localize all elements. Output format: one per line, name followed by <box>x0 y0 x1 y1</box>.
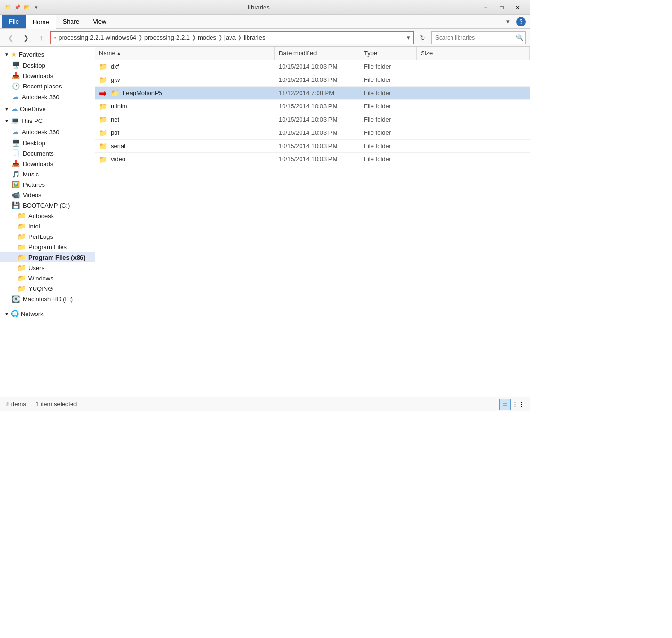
path-item-5[interactable]: libraries <box>244 34 265 41</box>
path-arrow-icon: « <box>53 35 56 41</box>
folder-icon-row: 📁 <box>99 129 108 137</box>
table-row[interactable]: 📁 net 10/15/2014 10:03 PM File folder <box>95 113 530 126</box>
back-button[interactable]: ❮ <box>4 31 18 44</box>
file-name: LeapMotionP5 <box>123 89 162 96</box>
sidebar-item-pictures[interactable]: 🖼️ Pictures <box>0 179 95 190</box>
sidebar-item-intel[interactable]: 📁 Intel <box>0 221 95 231</box>
sidebar-item-label: Documents <box>23 150 54 157</box>
table-row[interactable]: 📁 minim 10/15/2014 10:03 PM File folder <box>95 100 530 113</box>
up-button[interactable]: ↑ <box>35 31 48 44</box>
sidebar-item-downloads[interactable]: 📥 Downloads <box>0 158 95 169</box>
address-path[interactable]: « processing-2.2.1-windows64 ❯ processin… <box>50 31 414 44</box>
tab-share[interactable]: Share <box>56 15 87 28</box>
col-header-type[interactable]: Type <box>360 47 417 60</box>
sidebar-item-yuqing[interactable]: 📁 YUQING <box>0 283 95 294</box>
file-type-cell: File folder <box>360 129 417 136</box>
file-date-cell: 10/15/2014 10:03 PM <box>275 63 360 70</box>
sidebar-item-autodesk[interactable]: 📁 Autodesk <box>0 210 95 221</box>
sidebar-item-macintosh[interactable]: 💽 Macintosh HD (E:) <box>0 294 95 304</box>
folder-icon-a: 📁 <box>18 212 26 219</box>
sidebar-item-bootcamp[interactable]: 💾 BOOTCAMP (C:) <box>0 200 95 210</box>
sidebar-item-autodesk360-pc[interactable]: ☁ Autodesk 360 <box>0 126 95 138</box>
sidebar-item-perflogs[interactable]: 📁 PerfLogs <box>0 231 95 242</box>
sidebar-item-programfiles-x86[interactable]: 📁 Program Files (x86) <box>0 252 95 262</box>
folder-icon-g: 📁 <box>18 274 26 282</box>
folder-icon[interactable]: 📂 <box>23 4 31 11</box>
sidebar-item-desktop-pc[interactable]: 🖥️ Desktop <box>0 138 95 148</box>
path-item-4[interactable]: java <box>224 34 236 41</box>
col-header-date[interactable]: Date modified <box>275 47 360 60</box>
sidebar-item-users[interactable]: 📁 Users <box>0 262 95 273</box>
pc-icon: 💻 <box>11 117 19 124</box>
sidebar-item-label: Downloads <box>23 160 53 167</box>
file-name-cell: 📁 minim <box>95 102 275 111</box>
tab-home[interactable]: Home <box>26 15 56 29</box>
details-view-button[interactable]: ⋮⋮ <box>513 399 524 410</box>
maximize-button[interactable]: □ <box>494 0 510 15</box>
path-dropdown-icon[interactable]: ▾ <box>407 34 410 41</box>
new-folder-icon[interactable]: 📁 <box>4 4 12 11</box>
search-box: 🔍 <box>431 31 526 44</box>
close-button[interactable]: ✕ <box>510 0 526 15</box>
sidebar-item-recent-places[interactable]: 🕐 Recent places <box>0 81 95 91</box>
documents-icon: 📄 <box>12 149 20 157</box>
path-label-3: modes <box>198 34 216 41</box>
onedrive-cloud-icon: ☁ <box>11 105 18 113</box>
search-input[interactable] <box>435 35 516 41</box>
pin-icon[interactable]: 📌 <box>14 4 21 11</box>
table-row[interactable]: 📁 serial 10/15/2014 10:03 PM File folder <box>95 140 530 153</box>
file-type-cell: File folder <box>360 103 417 110</box>
table-row[interactable]: 📁 glw 10/15/2014 10:03 PM File folder <box>95 73 530 87</box>
table-row[interactable]: 📁 video 10/15/2014 10:03 PM File folder <box>95 153 530 166</box>
file-name: video <box>111 156 125 163</box>
sidebar-item-label: Macintosh HD (E:) <box>23 296 73 303</box>
expand-ribbon-button[interactable]: ▾ <box>502 16 513 27</box>
forward-button[interactable]: ❯ <box>19 31 33 44</box>
file-type-cell: File folder <box>360 142 417 149</box>
folder-icon-row: 📁 <box>99 155 108 164</box>
sidebar-section-favorites[interactable]: ▼ ★ Favorites <box>0 49 95 60</box>
help-button[interactable]: ? <box>516 17 526 26</box>
sidebar-section-thispc[interactable]: ▼ 💻 This PC <box>0 115 95 126</box>
drive-icon: 💾 <box>12 201 20 209</box>
sidebar-item-windows[interactable]: 📁 Windows <box>0 273 95 283</box>
sidebar-item-label: Autodesk 360 <box>22 94 60 101</box>
sidebar-item-downloads-fav[interactable]: 📥 Downloads <box>0 70 95 81</box>
path-item-1[interactable]: processing-2.2.1-windows64 <box>58 34 136 41</box>
path-item-3[interactable]: modes <box>198 34 216 41</box>
sidebar-item-music[interactable]: 🎵 Music <box>0 169 95 179</box>
sidebar-section-onedrive[interactable]: ▼ ☁ OneDrive <box>0 103 95 115</box>
sidebar-section-network[interactable]: ▼ 🌐 Network <box>0 308 95 319</box>
sidebar-item-programfiles[interactable]: 📁 Program Files <box>0 242 95 252</box>
pc-chevron-icon: ▼ <box>4 118 9 123</box>
table-row[interactable]: 📁 pdf 10/15/2014 10:03 PM File folder <box>95 126 530 140</box>
path-item-2[interactable]: processing-2.2.1 <box>144 34 190 41</box>
sidebar-item-desktop[interactable]: 🖥️ Desktop <box>0 60 95 70</box>
minimize-button[interactable]: − <box>477 0 494 15</box>
table-row[interactable]: ➡ 📁 LeapMotionP5 11/12/2014 7:08 PM File… <box>95 87 530 100</box>
path-label-2: processing-2.2.1 <box>144 34 190 41</box>
col-header-size[interactable]: Size <box>417 47 530 60</box>
path-label-5: libraries <box>244 34 265 41</box>
sidebar-item-autodesk360-fav[interactable]: ☁ Autodesk 360 <box>0 91 95 103</box>
list-view-button[interactable]: ☰ <box>499 399 511 410</box>
selection-arrow-icon: ➡ <box>99 87 107 99</box>
tab-view[interactable]: View <box>86 15 113 28</box>
title-bar-left: 📁 📌 📂 ▾ <box>4 4 40 11</box>
sidebar-item-label: Program Files <box>28 244 67 251</box>
folder-icon-row: 📁 <box>99 115 108 124</box>
tab-file[interactable]: File <box>2 15 26 28</box>
path-sep-3: ❯ <box>218 35 222 41</box>
table-row[interactable]: 📁 dxf 10/15/2014 10:03 PM File folder <box>95 60 530 73</box>
dropdown-icon[interactable]: ▾ <box>33 4 40 11</box>
sidebar-item-videos[interactable]: 📹 Videos <box>0 190 95 200</box>
title-bar: 📁 📌 📂 ▾ libraries − □ ✕ <box>0 0 530 15</box>
sidebar-item-documents[interactable]: 📄 Documents <box>0 148 95 158</box>
file-name-cell: 📁 dxf <box>95 62 275 71</box>
refresh-button[interactable]: ↻ <box>416 31 429 44</box>
chevron-down-icon: ▼ <box>4 52 9 57</box>
search-icon[interactable]: 🔍 <box>516 34 523 41</box>
folder-icon-d: 📁 <box>18 243 26 251</box>
col-header-name[interactable]: Name ▲ <box>95 47 275 60</box>
sidebar-item-label: Pictures <box>23 181 45 188</box>
